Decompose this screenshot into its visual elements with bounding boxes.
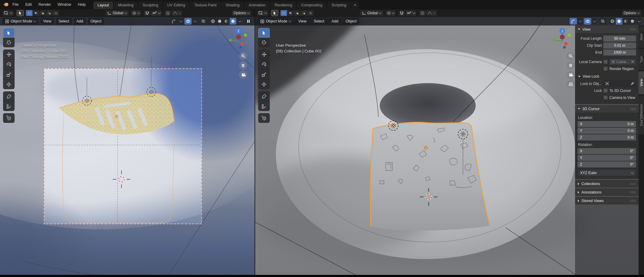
navigation-axis-gizmo[interactable]: Z [552, 27, 574, 49]
view-menu[interactable]: View [296, 18, 309, 25]
cursor-location-y-field[interactable]: Y 0 m [577, 128, 636, 134]
tab-shading[interactable]: Shading [221, 2, 244, 9]
shading-wireframe-button[interactable] [210, 18, 216, 25]
select-mode-intersect-button[interactable] [307, 10, 314, 16]
tool-move[interactable] [3, 49, 15, 59]
tool-add-cube[interactable] [3, 113, 15, 123]
panel-grip-icon[interactable] [630, 108, 636, 110]
shading-rendered-button[interactable] [629, 18, 636, 25]
tab-compositing[interactable]: Compositing [297, 2, 327, 9]
camera-view-button[interactable] [567, 71, 575, 79]
panel-annotations-header[interactable]: Annotations [575, 188, 639, 196]
proportional-falloff-dropdown[interactable] [426, 10, 437, 16]
panel-grip-icon[interactable] [630, 28, 636, 31]
active-tool-button[interactable] [271, 10, 278, 16]
pan-button[interactable] [567, 61, 575, 69]
to-3d-cursor-checkbox[interactable] [603, 88, 608, 93]
panel-view-header[interactable]: View [575, 25, 639, 33]
sidebar-tab-tool[interactable]: Tool [639, 49, 644, 70]
pivot-point-dropdown[interactable] [131, 10, 141, 16]
menu-window[interactable]: Window [54, 0, 74, 9]
tool-scale[interactable] [258, 69, 270, 79]
menu-help[interactable]: Help [74, 0, 89, 9]
select-mode-extend-button[interactable] [287, 10, 294, 16]
snap-settings-dropdown[interactable] [151, 10, 162, 16]
proportional-editing-toggle[interactable] [164, 10, 171, 16]
cursor-rotation-x-field[interactable]: X 0° [577, 148, 636, 154]
gizmo-toggle-button[interactable] [570, 18, 577, 25]
overlays-dropdown[interactable] [193, 18, 197, 25]
options-dropdown-right[interactable]: Options [622, 10, 642, 16]
proportional-editing-toggle[interactable] [419, 10, 426, 16]
add-workspace-button[interactable]: + [351, 2, 359, 9]
camera-to-view-checkbox[interactable] [603, 95, 608, 100]
pivot-point-dropdown[interactable] [385, 10, 396, 16]
select-mode-invert-button[interactable] [300, 10, 307, 16]
zoom-button[interactable] [239, 52, 247, 60]
sidebar-tab-daztoblender[interactable]: DazToBlender [639, 96, 644, 134]
transform-orientation-dropdown[interactable]: Global [105, 10, 129, 16]
select-menu[interactable]: Select [311, 18, 327, 25]
select-mode-intersect-button[interactable] [53, 10, 60, 16]
snap-settings-dropdown[interactable] [405, 10, 416, 16]
mode-dropdown[interactable]: Object Mode [258, 18, 294, 25]
add-menu[interactable]: Add [329, 18, 341, 25]
tool-measure[interactable] [3, 101, 15, 111]
clip-end-field[interactable]: 1000 m [603, 49, 636, 56]
sidebar-tab-view[interactable]: View [639, 71, 644, 94]
object-menu[interactable]: Object [88, 18, 104, 25]
transform-orientation-dropdown[interactable]: Global [360, 10, 383, 16]
xray-toggle-button[interactable] [200, 18, 207, 25]
tool-select-box[interactable] [258, 28, 270, 38]
focal-length-field[interactable]: 50 mm [603, 35, 636, 42]
tool-rotate[interactable] [3, 59, 15, 69]
proportional-falloff-dropdown[interactable] [171, 10, 182, 16]
sidebar-tab-item[interactable]: Item [639, 26, 644, 48]
local-camera-checkbox[interactable] [603, 59, 608, 64]
panel-grip-icon[interactable] [630, 191, 636, 194]
select-mode-subtract-button[interactable] [294, 10, 301, 16]
tab-texture-paint[interactable]: Texture Paint [190, 2, 221, 9]
navigation-axis-gizmo[interactable]: Z [228, 27, 250, 49]
tool-cursor[interactable] [3, 38, 15, 47]
eyedropper-icon[interactable] [630, 82, 634, 86]
tool-add-cube[interactable] [258, 113, 270, 123]
tab-scripting[interactable]: Scripting [327, 2, 351, 9]
object-menu[interactable]: Object [343, 18, 359, 25]
tool-scale[interactable] [3, 69, 15, 79]
tool-cursor[interactable] [258, 38, 270, 47]
panel-3d-cursor-header[interactable]: 3D Cursor [575, 105, 639, 113]
overlays-toggle-button[interactable] [184, 18, 192, 25]
view-menu[interactable]: View [40, 18, 54, 25]
overlays-toggle-button[interactable] [584, 18, 591, 25]
tool-rotate[interactable] [258, 59, 270, 69]
menu-render[interactable]: Render [35, 0, 54, 9]
shading-rendered-button[interactable] [230, 18, 236, 25]
select-mode-extend-button[interactable] [33, 10, 39, 16]
editor-type-button[interactable] [257, 10, 268, 16]
tool-annotate[interactable] [3, 91, 15, 101]
tool-annotate[interactable] [258, 91, 270, 101]
menu-edit[interactable]: Edit [22, 0, 35, 9]
pan-button[interactable] [239, 61, 247, 69]
cursor-rotation-y-field[interactable]: Y 0° [577, 155, 636, 161]
options-dropdown-left[interactable]: Options [231, 10, 252, 16]
render-pause-button[interactable] [245, 18, 252, 25]
panel-stored-views-header[interactable]: Stored Views [575, 197, 639, 204]
cursor-rotation-z-field[interactable]: Z 0° [577, 161, 636, 167]
tab-sculpting[interactable]: Sculpting [138, 2, 162, 9]
clip-start-field[interactable]: 0.01 m [603, 42, 636, 49]
mode-dropdown[interactable]: Object Mode [2, 18, 39, 25]
tab-layout[interactable]: Layout [93, 2, 113, 9]
view-lock-subpanel-header[interactable]: View Lock [578, 73, 636, 80]
select-mode-set-button[interactable] [26, 10, 33, 16]
tab-rendering[interactable]: Rendering [270, 2, 296, 9]
active-tool-button[interactable] [17, 10, 24, 16]
editor-type-button[interactable] [2, 10, 14, 16]
cursor-location-x-field[interactable]: X 0 m [577, 121, 636, 127]
shading-material-button[interactable] [622, 18, 629, 25]
shading-solid-button[interactable] [216, 18, 223, 25]
overlays-dropdown[interactable] [592, 18, 597, 25]
tool-move[interactable] [258, 49, 270, 59]
shading-material-button[interactable] [223, 18, 230, 25]
